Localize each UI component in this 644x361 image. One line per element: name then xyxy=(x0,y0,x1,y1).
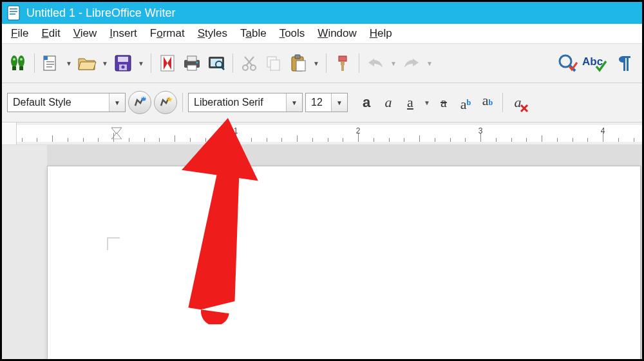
menu-view[interactable]: View xyxy=(68,26,102,41)
paragraph-style-value: Default Style xyxy=(8,97,109,108)
font-size-combo[interactable]: 12 ▼ xyxy=(305,93,348,112)
menubar: File Edit View Insert Format Styles Tabl… xyxy=(2,24,642,44)
separator xyxy=(232,54,233,73)
svg-rect-15 xyxy=(118,57,128,62)
document-area xyxy=(2,145,642,361)
svg-rect-36 xyxy=(339,56,346,61)
svg-rect-32 xyxy=(270,60,279,70)
svg-rect-0 xyxy=(8,6,19,20)
save-dropdown[interactable]: ▼ xyxy=(137,60,146,67)
paste-button[interactable] xyxy=(287,52,309,74)
svg-rect-35 xyxy=(296,61,305,71)
undo-dropdown[interactable]: ▼ xyxy=(389,60,398,67)
formatting-marks-button[interactable] xyxy=(615,52,637,74)
undo-button[interactable] xyxy=(365,52,386,74)
chevron-down-icon[interactable]: ▼ xyxy=(331,93,347,112)
new-document-button[interactable] xyxy=(40,52,62,74)
svg-point-17 xyxy=(122,66,125,69)
redo-dropdown[interactable]: ▼ xyxy=(425,60,434,67)
font-name-value: Liberation Serif xyxy=(189,97,286,108)
svg-rect-38 xyxy=(341,65,344,71)
menu-file[interactable]: File xyxy=(6,26,33,41)
svg-text:Abc: Abc xyxy=(582,55,603,68)
paste-dropdown[interactable]: ▼ xyxy=(312,60,321,67)
strikethrough-button[interactable]: a xyxy=(434,93,453,112)
subscript-button[interactable]: ab xyxy=(478,93,497,112)
ruler-number: 1 xyxy=(234,126,238,135)
paragraph-style-combo[interactable]: Default Style ▼ xyxy=(7,93,126,112)
svg-point-4 xyxy=(11,55,17,67)
svg-rect-12 xyxy=(46,64,54,65)
formatting-toolbar: Default Style ▼ Liberation Serif ▼ 12 ▼ … xyxy=(2,83,642,122)
menu-format[interactable]: Format xyxy=(145,26,190,41)
cut-button[interactable] xyxy=(238,52,260,74)
underline-dropdown[interactable]: ▼ xyxy=(422,99,431,106)
ruler-number: 2 xyxy=(356,126,361,135)
separator xyxy=(151,54,151,73)
separator xyxy=(182,93,183,112)
vertical-ruler[interactable] xyxy=(2,145,47,361)
bold-button[interactable]: a xyxy=(357,93,376,112)
spellcheck-button[interactable] xyxy=(557,52,579,74)
separator xyxy=(359,54,359,73)
clone-formatting-button[interactable] xyxy=(332,52,354,74)
print-preview-button[interactable] xyxy=(205,52,227,74)
svg-line-30 xyxy=(245,57,252,66)
margin-marker-icon xyxy=(107,237,120,250)
svg-rect-6 xyxy=(12,66,16,70)
separator xyxy=(502,93,503,112)
titlebar: Untitled 1 - LibreOffice Writer xyxy=(2,2,642,24)
open-button[interactable] xyxy=(76,52,98,74)
svg-line-29 xyxy=(246,57,254,66)
ruler-corner xyxy=(2,122,17,144)
svg-point-28 xyxy=(251,65,256,70)
auto-spellcheck-button[interactable]: Abc xyxy=(582,52,612,74)
open-dropdown[interactable]: ▼ xyxy=(100,60,109,67)
standard-toolbar: ▼ ▼ ▼ ▼ xyxy=(2,44,642,83)
italic-button[interactable]: a xyxy=(379,93,398,112)
menu-styles[interactable]: Styles xyxy=(193,26,232,41)
separator xyxy=(34,54,35,73)
svg-rect-34 xyxy=(295,55,300,59)
font-name-combo[interactable]: Liberation Serif ▼ xyxy=(188,93,303,112)
window-title: Untitled 1 - LibreOffice Writer xyxy=(26,6,175,20)
new-style-button[interactable] xyxy=(154,91,177,114)
svg-point-22 xyxy=(196,62,198,64)
underline-button[interactable]: a xyxy=(401,93,420,112)
svg-rect-11 xyxy=(46,61,54,63)
svg-rect-37 xyxy=(341,61,345,65)
ruler-area: 1234 xyxy=(2,122,642,145)
svg-point-5 xyxy=(18,55,24,67)
menu-edit[interactable]: Edit xyxy=(36,26,65,41)
menu-table[interactable]: Table xyxy=(235,26,272,41)
update-style-button[interactable] xyxy=(128,91,151,114)
svg-rect-2 xyxy=(10,11,17,12)
page[interactable] xyxy=(47,166,641,361)
indent-marker-icon[interactable] xyxy=(110,126,123,139)
menu-window[interactable]: Window xyxy=(312,26,361,41)
find-replace-button[interactable] xyxy=(7,52,29,74)
font-size-value: 12 xyxy=(306,97,331,108)
svg-point-27 xyxy=(243,65,248,70)
menu-insert[interactable]: Insert xyxy=(104,26,142,41)
redo-button[interactable] xyxy=(401,52,422,74)
chevron-down-icon[interactable]: ▼ xyxy=(286,93,302,112)
horizontal-ruler[interactable]: 1234 xyxy=(17,125,642,142)
print-button[interactable] xyxy=(181,52,203,74)
svg-rect-13 xyxy=(46,66,52,68)
svg-point-9 xyxy=(20,58,23,61)
ruler-number: 4 xyxy=(601,126,605,135)
menu-tools[interactable]: Tools xyxy=(274,26,310,41)
svg-point-39 xyxy=(560,55,571,67)
export-pdf-button[interactable] xyxy=(156,52,178,74)
menu-help[interactable]: Help xyxy=(365,26,397,41)
save-button[interactable] xyxy=(112,52,134,74)
svg-rect-3 xyxy=(10,14,15,15)
new-document-dropdown[interactable]: ▼ xyxy=(64,60,73,67)
chevron-down-icon[interactable]: ▼ xyxy=(109,93,125,112)
document-icon xyxy=(7,5,20,21)
ruler-number: 3 xyxy=(478,126,483,135)
copy-button[interactable] xyxy=(263,52,285,74)
clear-formatting-button[interactable]: a xyxy=(508,93,527,112)
superscript-button[interactable]: ab xyxy=(456,93,475,112)
